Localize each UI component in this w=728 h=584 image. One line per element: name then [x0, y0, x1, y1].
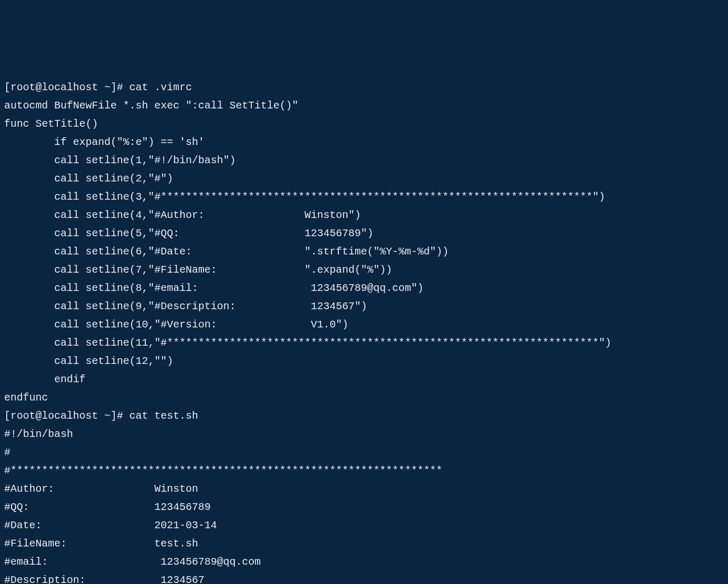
- terminal-line: call setline(8,"#email: 123456789@qq.com…: [4, 279, 724, 297]
- terminal-line: call setline(11,"#**********************…: [4, 334, 724, 352]
- terminal-line: call setline(7,"#FileName: ".expand("%")…: [4, 261, 724, 279]
- terminal-line: call setline(3,"#***********************…: [4, 188, 724, 206]
- terminal-line: if expand("%:e") == 'sh': [4, 133, 724, 151]
- terminal-line: call setline(12,""): [4, 352, 724, 370]
- terminal-line: #: [4, 443, 724, 461]
- terminal-line: func SetTitle(): [4, 115, 724, 133]
- terminal-line: #email: 123456789@qq.com: [4, 553, 724, 571]
- terminal-line: #***************************************…: [4, 461, 724, 480]
- terminal-line: call setline(10,"#Version: V1.0"): [4, 315, 724, 334]
- terminal-line: call setline(6,"#Date: ".strftime("%Y-%m…: [4, 242, 724, 261]
- terminal-line: #QQ: 123456789: [4, 498, 724, 516]
- terminal-line: #FileName: test.sh: [4, 534, 724, 553]
- terminal-line: call setline(9,"#Description: 1234567"): [4, 297, 724, 315]
- terminal-line: #Description: 1234567: [4, 571, 724, 584]
- terminal-line: endif: [4, 370, 724, 388]
- terminal-line: autocmd BufNewFile *.sh exec ":call SetT…: [4, 96, 724, 115]
- terminal-line: call setline(1,"#!/bin/bash"): [4, 151, 724, 169]
- terminal-line: [root@localhost ~]# cat .vimrc: [4, 78, 724, 96]
- terminal-line: #Date: 2021-03-14: [4, 516, 724, 534]
- terminal-output: [root@localhost ~]# cat .vimrcautocmd Bu…: [4, 78, 724, 584]
- terminal-line: call setline(4,"#Author: Winston"): [4, 206, 724, 224]
- terminal-line: endfunc: [4, 388, 724, 407]
- terminal-line: call setline(2,"#"): [4, 169, 724, 188]
- terminal-line: #!/bin/bash: [4, 425, 724, 443]
- terminal-line: call setline(5,"#QQ: 123456789"): [4, 224, 724, 242]
- terminal-line: [root@localhost ~]# cat test.sh: [4, 407, 724, 425]
- terminal-line: #Author: Winston: [4, 480, 724, 498]
